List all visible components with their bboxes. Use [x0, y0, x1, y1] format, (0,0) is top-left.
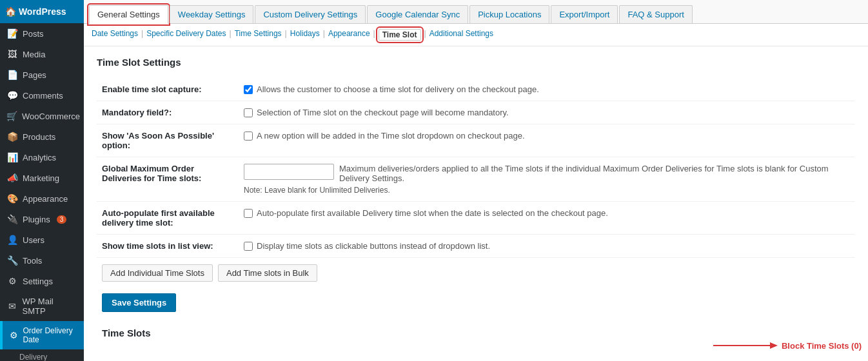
cell-global-max: Maximum deliveries/orders applied to all…: [239, 157, 855, 202]
sidebar-item-woocommerce[interactable]: 🛒 WooCommerce: [0, 106, 84, 126]
tab-custom-delivery-settings[interactable]: Custom Delivery Settings: [255, 5, 366, 23]
users-icon: 👤: [6, 235, 18, 245]
input-global-max[interactable]: [244, 164, 334, 180]
sidebar-item-users-label: Users: [23, 235, 44, 245]
form-table: Enable time slot capture: Allows the cus…: [97, 78, 855, 258]
desc-auto-populate: Auto-populate first available Delivery t…: [257, 208, 608, 218]
checkbox-enable-time-slot[interactable]: [244, 85, 253, 94]
sidebar-item-marketing[interactable]: 📣 Marketing: [0, 168, 84, 188]
row-global-max: Global Maximum Order Deliveries for Time…: [97, 157, 855, 202]
tab-google-calendar-sync[interactable]: Google Calendar Sync: [367, 5, 468, 23]
sidebar-item-appearance-label: Appearance: [23, 194, 68, 204]
sub-nav-time-settings[interactable]: Time Settings: [235, 29, 282, 41]
sidebar-item-analytics-label: Analytics: [23, 153, 56, 162]
sidebar: 🏠 WordPress 📝 Posts 🖼 Media 📄 Pages 💬 Co…: [0, 0, 84, 361]
sidebar-item-products[interactable]: 📦 Products: [0, 126, 84, 147]
marketing-icon: 📣: [6, 173, 18, 183]
add-individual-time-slots-button[interactable]: Add Individual Time Slots: [102, 264, 213, 282]
label-enable-time-slot: Enable time slot capture:: [97, 78, 239, 101]
timeslot-buttons-row: Add Individual Time Slots Add Time slots…: [97, 258, 855, 288]
tab-faq-support[interactable]: FAQ & Support: [619, 5, 692, 23]
desc-global-max: Maximum deliveries/orders applied to all…: [339, 164, 850, 183]
sidebar-item-settings[interactable]: ⚙ Settings: [0, 271, 84, 291]
desc-asap: A new option will be added in the Time s…: [257, 131, 525, 141]
sidebar-item-order-delivery-date[interactable]: ⚙ Order Delivery Date: [0, 321, 84, 349]
arrow-icon: [713, 339, 778, 352]
sep6: |: [424, 29, 426, 41]
save-settings-button[interactable]: Save Settings: [102, 293, 176, 312]
tab-weekday-settings[interactable]: Weekday Settings: [170, 5, 254, 23]
block-time-slots-label: Block Time Slots (0): [782, 341, 862, 351]
block-time-slots-annotation: Block Time Slots (0): [713, 339, 862, 352]
sub-nav-additional-settings[interactable]: Additional Settings: [429, 29, 493, 41]
sidebar-item-users[interactable]: 👤 Users: [0, 229, 84, 250]
cell-list-view: Display time slots as clickable buttons …: [239, 235, 855, 258]
sub-nav-appearance[interactable]: Appearance: [328, 29, 370, 41]
appearance-icon: 🎨: [6, 193, 18, 204]
sep3: |: [285, 29, 287, 41]
checkbox-auto-populate[interactable]: [244, 209, 253, 218]
checkbox-mandatory-field[interactable]: [244, 108, 253, 117]
tab-export-import[interactable]: Export/Import: [551, 5, 618, 23]
sidebar-item-marketing-label: Marketing: [23, 173, 59, 183]
row-asap: Show 'As Soon As Possible' option: A new…: [97, 124, 855, 157]
checkbox-label-enable-time-slot[interactable]: Allows the customer to choose a time slo…: [244, 84, 850, 94]
checkbox-asap[interactable]: [244, 132, 253, 141]
products-icon: 📦: [6, 132, 18, 142]
sub-nav-specific-dates[interactable]: Specific Delivery Dates: [146, 29, 226, 41]
row-auto-populate: Auto-populate first available delivery t…: [97, 202, 855, 235]
sidebar-item-plugins[interactable]: 🔌 Plugins 3: [0, 209, 84, 229]
sidebar-item-order-delivery-label: Order Delivery Date: [23, 326, 77, 344]
checkbox-label-asap[interactable]: A new option will be added in the Time s…: [244, 131, 850, 141]
sidebar-item-pages[interactable]: 📄 Pages: [0, 64, 84, 85]
analytics-icon: 📊: [6, 152, 18, 162]
sidebar-item-settings-label: Settings: [23, 277, 53, 286]
sidebar-item-media[interactable]: 🖼 Media: [0, 44, 84, 64]
sub-nav: Date Settings | Specific Delivery Dates …: [84, 24, 868, 46]
sidebar-item-products-label: Products: [23, 132, 55, 142]
sidebar-item-woocommerce-label: WooCommerce: [22, 112, 80, 121]
desc-mandatory-field: Selection of Time slot on the checkout p…: [257, 108, 509, 117]
label-auto-populate: Auto-populate first available delivery t…: [97, 202, 239, 235]
sub-nav-holidays[interactable]: Holidays: [290, 29, 320, 41]
row-mandatory-field: Mandatory field?: Selection of Time slot…: [97, 101, 855, 124]
cell-asap: A new option will be added in the Time s…: [239, 124, 855, 157]
checkbox-label-list-view[interactable]: Display time slots as clickable buttons …: [244, 241, 850, 251]
sidebar-item-tools[interactable]: 🔧 Tools: [0, 250, 84, 271]
pages-icon: 📄: [6, 70, 18, 80]
settings-content: Time Slot Settings Enable time slot capt…: [84, 46, 868, 354]
sidebar-item-comments[interactable]: 💬 Comments: [0, 85, 84, 106]
checkbox-label-auto-populate[interactable]: Auto-populate first available Delivery t…: [244, 208, 850, 218]
sidebar-sub-delivery-calendar[interactable]: Delivery Calendar: [19, 349, 84, 361]
checkbox-label-mandatory[interactable]: Selection of Time slot on the checkout p…: [244, 108, 850, 117]
order-delivery-icon: ⚙: [9, 330, 18, 340]
sidebar-item-plugins-label: Plugins: [23, 215, 50, 224]
plugins-badge: 3: [57, 215, 67, 224]
add-time-slots-bulk-button[interactable]: Add Time slots in Bulk: [218, 264, 317, 282]
sidebar-item-comments-label: Comments: [23, 91, 63, 101]
sub-nav-time-slot[interactable]: Time Slot: [379, 29, 421, 41]
tab-pickup-locations[interactable]: Pickup Locations: [469, 5, 549, 23]
desc-enable-time-slot: Allows the customer to choose a time slo…: [257, 84, 539, 94]
sidebar-sub-menu: Delivery Calendar Settings Activate Lice…: [0, 349, 84, 361]
sidebar-item-wpmail-label: WP Mail SMTP: [23, 297, 77, 316]
tab-general-settings[interactable]: General Settings: [89, 5, 168, 24]
section-title: Time Slot Settings: [97, 57, 855, 68]
sep2: |: [230, 29, 232, 41]
row-list-view: Show time slots in list view: Display ti…: [97, 235, 855, 258]
label-list-view: Show time slots in list view:: [97, 235, 239, 258]
save-settings-row: Save Settings: [97, 288, 855, 322]
sep1: |: [141, 29, 143, 41]
sidebar-item-wpmail[interactable]: ✉ WP Mail SMTP: [0, 291, 84, 321]
posts-icon: 📝: [6, 28, 18, 39]
label-global-max: Global Maximum Order Deliveries for Time…: [97, 157, 239, 202]
sidebar-item-posts[interactable]: 📝 Posts: [0, 23, 84, 44]
checkbox-list-view[interactable]: [244, 242, 253, 251]
sidebar-item-analytics[interactable]: 📊 Analytics: [0, 147, 84, 168]
sub-nav-date-settings[interactable]: Date Settings: [92, 29, 138, 41]
tools-icon: 🔧: [6, 255, 18, 266]
wpmail-icon: ✉: [6, 301, 18, 311]
sidebar-item-appearance[interactable]: 🎨 Appearance: [0, 188, 84, 209]
settings-icon: ⚙: [6, 276, 18, 286]
media-icon: 🖼: [6, 49, 18, 59]
